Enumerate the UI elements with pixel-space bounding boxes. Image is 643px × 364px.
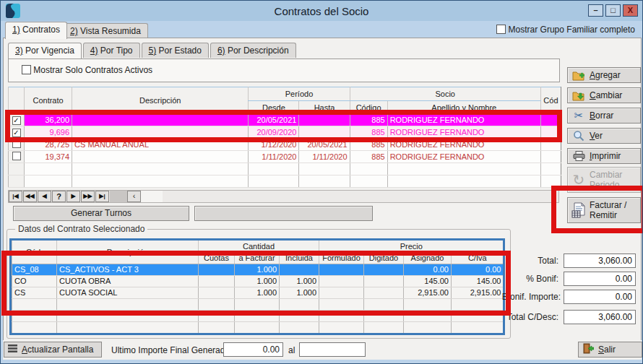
nav-fast-prev-button[interactable]: ◀◀ [23, 191, 37, 202]
bottom-bar: Actualizar Pantalla Ultimo Importe Final… [3, 340, 642, 360]
exit-door-icon [583, 343, 594, 356]
empty-row [12, 321, 504, 333]
nav-fast-next-button[interactable]: ▶▶ [81, 191, 95, 202]
ver-button[interactable]: Ver [567, 128, 641, 144]
subtab-por-tipo[interactable]: 4) Por Tipo [83, 43, 140, 58]
folder-plus-icon [571, 69, 586, 82]
close-button[interactable]: X [623, 4, 638, 17]
nav-prev-button[interactable]: ◀ [38, 191, 51, 202]
list-lines-icon [8, 344, 18, 355]
total-cdesc-field[interactable]: 3,060.00 [564, 310, 636, 324]
salir-label: Salir [598, 344, 616, 355]
bonif-importe-field[interactable]: 0.00 [564, 290, 636, 304]
ver-label: Ver [590, 131, 603, 141]
cell-nombre: RODRIGUEZ FERNANDO [387, 151, 540, 163]
cell-cod2 [540, 151, 561, 163]
total-field[interactable]: 3,060.00 [564, 254, 636, 268]
empty-row [9, 176, 561, 188]
contract-row[interactable]: 19,374 1/11/2020 1/11/2020 885 RODRIGUEZ… [9, 151, 561, 163]
cell-contrato: 19,374 [25, 151, 72, 163]
bonif-pct-field[interactable]: 0.00 [564, 272, 636, 286]
active-contracts-label: Mostrar Solo Contratos Activos [33, 65, 152, 75]
salir-button[interactable]: Salir [578, 342, 642, 358]
maximize-button[interactable]: □ [605, 4, 621, 17]
window-title: Contratos del Socio [1, 5, 642, 17]
family-group-checkbox[interactable] [496, 25, 506, 34]
al-label: al [288, 345, 295, 355]
folder-arrow-icon [571, 89, 586, 102]
annotation-rectangle-detail [1, 251, 511, 316]
imprimir-button[interactable]: Imprimir [567, 148, 641, 164]
tab-contratos[interactable]: 1) Contratos [5, 22, 67, 39]
subtab-page: Mostrar Solo Contratos Activos [8, 58, 560, 82]
cambiar-label: Cambiar [590, 90, 622, 100]
col-group-periodo: Período [249, 87, 350, 101]
minimize-button[interactable]: – [588, 4, 603, 17]
nav-first-button[interactable]: |◀ [9, 191, 22, 202]
actualizar-pantalla-button[interactable]: Actualizar Pantalla [4, 342, 102, 358]
scrollbar-thumb[interactable] [110, 191, 127, 202]
ultimo-importe-field[interactable]: 0.00 [223, 342, 283, 357]
detail-groupbox-title: Datos del Contrato Seleccionado [15, 224, 147, 234]
printer-icon [571, 150, 586, 162]
family-group-label: Mostrar Grupo Familiar completo [509, 25, 635, 35]
app-window: Contratos del Socio – □ X 1) Contratos 2… [0, 0, 643, 364]
blank-button[interactable] [194, 206, 373, 221]
annotation-rectangle-rows [5, 110, 562, 142]
annotation-rectangle-facturar [551, 186, 643, 233]
tab-vista-resumida[interactable]: 2) Vista Resumida [63, 23, 148, 39]
ultimo-importe-label: Ultimo Importe Final Generado: [111, 345, 232, 355]
nav-last-button[interactable]: ▶| [95, 191, 109, 202]
title-bar: Contratos del Socio – □ X [1, 1, 642, 21]
record-navigator: |◀ ◀◀ ◀ ? ▶ ▶▶ ▶| ‹ [8, 190, 559, 203]
subtab-strip: 3) Por Vigencia 4) Por Tipo 5) Por Estad… [8, 43, 298, 58]
scroll-left-button[interactable]: ‹ [127, 191, 141, 202]
cell-descripcion [72, 151, 249, 163]
al-field[interactable] [299, 342, 366, 357]
agregar-button[interactable]: Agregar [567, 67, 641, 83]
nav-next-button[interactable]: ▶ [66, 191, 80, 202]
cell-desde: 1/11/2020 [249, 151, 299, 163]
active-contracts-checkbox[interactable] [22, 65, 31, 74]
subtab-por-estado[interactable]: 5) Por Estado [142, 43, 209, 58]
scrollbar-track[interactable] [141, 191, 163, 202]
cambiar-button[interactable]: Cambiar [567, 87, 641, 103]
empty-row [9, 163, 561, 176]
cell-codigo: 885 [350, 151, 387, 163]
nav-help-button[interactable]: ? [52, 191, 66, 202]
subtab-por-descripcion[interactable]: 6) Por Descripción [210, 43, 296, 58]
borrar-label: Borrar [590, 110, 613, 121]
cell-hasta: 1/11/2020 [299, 151, 350, 163]
borrar-button[interactable]: ✂ Borrar [567, 108, 641, 124]
row-checkbox[interactable] [12, 152, 21, 160]
agregar-label: Agregar [590, 70, 621, 80]
refresh-icon: ↻ [571, 173, 586, 186]
family-group-checkbox-row[interactable]: Mostrar Grupo Familiar completo [496, 25, 635, 35]
subtab-por-vigencia[interactable]: 3) Por Vigencia [8, 43, 82, 59]
actualizar-pantalla-label: Actualizar Pantalla [22, 344, 93, 355]
generar-turnos-button[interactable]: Generar Turnos [13, 206, 189, 221]
magnifier-icon [571, 129, 586, 142]
imprimir-label: Imprimir [590, 151, 621, 161]
scissors-icon: ✂ [571, 109, 586, 122]
active-contracts-checkbox-row[interactable]: Mostrar Solo Contratos Activos [22, 65, 152, 75]
col-group-socio: Socio [350, 87, 540, 101]
